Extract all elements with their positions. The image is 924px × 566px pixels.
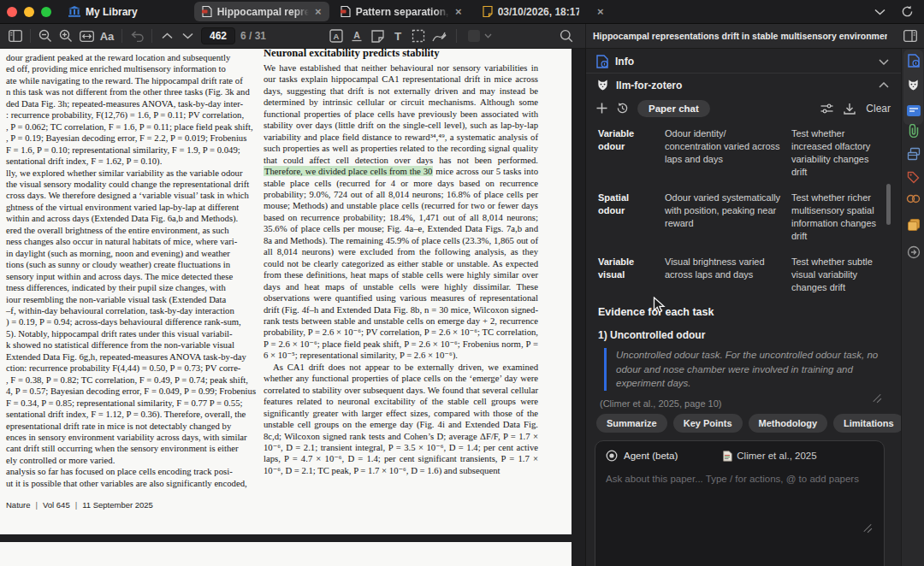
search-icon[interactable] (556, 27, 577, 45)
table-cell-purpose: Test whether increased olfactory variabi… (791, 127, 886, 179)
document-info-icon (596, 55, 608, 68)
limitations-button[interactable]: Limitations (833, 414, 901, 433)
methodology-button[interactable]: Methodology (749, 414, 827, 433)
reader-toolbar: Aa 6 / 31 A A (0, 24, 924, 49)
underline-text-tool-icon[interactable]: A (346, 27, 367, 45)
previous-page-icon[interactable] (157, 27, 177, 45)
zoom-out-icon[interactable] (35, 27, 56, 45)
zoom-window-button[interactable] (41, 7, 51, 17)
page-count-label: 6 / 31 (240, 30, 266, 42)
table-cell-purpose: Test whether subtle visual variability c… (791, 256, 886, 294)
chat-toolbar: Paper chat Clear (586, 97, 901, 120)
summarize-button[interactable]: Summarize (596, 414, 667, 433)
plugin-section-label: llm-for-zotero (616, 80, 872, 91)
tab-pattern-separation-paper[interactable]: Pattern separation, patte × (333, 2, 470, 21)
annotation-color-swatch[interactable] (464, 27, 484, 45)
table-cell-desc: Odour varied systematically with positio… (665, 192, 781, 243)
window-controls (7, 7, 51, 17)
pdf-text-column-left: dour gradient peaked at the reward locat… (6, 52, 267, 489)
info-section-label: Info (615, 56, 872, 68)
tab-note[interactable]: 03/10/2026, 18:17:26 × (475, 2, 612, 21)
attached-paper-chip[interactable]: Climer et al., 2025 (723, 451, 816, 462)
chat-message-area[interactable]: Variable odour Odour identity/ concentra… (586, 122, 901, 413)
strip-related-icon[interactable] (902, 194, 924, 203)
tab-list-chevron-icon[interactable] (874, 9, 886, 15)
strip-abstract-icon[interactable] (902, 105, 924, 116)
task-table: Variable odour Odour identity/ concentra… (598, 127, 886, 294)
table-cell-task: Spatial odour (598, 192, 654, 243)
agent-mode-label[interactable]: Agent (beta) (624, 451, 678, 461)
title-bar: My Library Hippocampal representa × Patt… (0, 0, 924, 24)
table-cell-desc: Odour identity/ concentration varied acr… (665, 127, 781, 179)
item-pane-icon-strip (901, 49, 924, 566)
library-tab-label: My Library (86, 6, 138, 18)
area-select-tool-icon[interactable] (408, 27, 429, 45)
agent-mode-radio-icon[interactable] (606, 450, 618, 462)
minimize-window-button[interactable] (24, 7, 34, 17)
strip-attachments-icon[interactable] (902, 124, 924, 138)
evidence-heading: Evidence for each task (598, 306, 886, 318)
strip-notes-icon[interactable] (902, 218, 924, 232)
highlight-text-tool-icon[interactable]: A (326, 27, 346, 45)
next-page-icon[interactable] (177, 27, 198, 45)
undo-icon[interactable] (127, 27, 147, 45)
plugin-section-header[interactable]: llm-for-zotero (586, 74, 901, 97)
table-cell-task: Variable visual (598, 256, 654, 294)
reader-tabs: Hippocampal representa × Pattern separat… (194, 0, 612, 24)
close-tab-icon[interactable]: × (314, 6, 323, 17)
paper-chat-tab[interactable]: Paper chat (637, 100, 710, 117)
page-number-input[interactable] (201, 27, 235, 44)
table-cell-purpose: Test whether richer multisensory spatial… (791, 192, 886, 243)
toggle-sidebar-icon[interactable] (5, 27, 26, 45)
strip-locate-icon[interactable] (902, 245, 924, 259)
tab-my-library[interactable]: My Library (68, 6, 138, 18)
collapse-info-chevron-icon[interactable] (879, 59, 889, 65)
green-highlight-annotation[interactable]: Therefore, we divided place cells from t… (264, 166, 433, 176)
chat-settings-icon[interactable] (820, 103, 833, 114)
tab-hippocampal-paper[interactable]: Hippocampal representa × (194, 2, 329, 21)
pdf-page-current: dour gradient peaked at the reward locat… (0, 49, 572, 534)
llm-plugin-icon (596, 79, 609, 91)
appearance-icon[interactable]: Aa (97, 27, 117, 45)
zoom-in-icon[interactable] (56, 27, 76, 45)
panel-scrollbar-thumb[interactable] (886, 184, 891, 225)
chat-history-icon[interactable] (616, 102, 629, 115)
evidence-item-title: 1) Uncontrolled odour (598, 329, 886, 341)
sync-icon[interactable] (901, 5, 914, 18)
clear-chat-button[interactable]: Clear (866, 103, 891, 115)
input-resize-handle[interactable] (862, 522, 873, 533)
draw-tool-icon[interactable] (429, 27, 449, 45)
strip-tags-icon[interactable] (902, 171, 924, 184)
text-tool-icon[interactable]: T (388, 27, 408, 45)
toggle-context-pane-icon[interactable] (900, 27, 921, 45)
chat-area-resize-handle[interactable] (872, 392, 882, 403)
app-window: My Library Hippocampal representa × Patt… (0, 0, 924, 566)
tab-label: 03/10/2026, 18:17:26 (498, 6, 579, 18)
close-window-button[interactable] (7, 7, 17, 17)
svg-text:A: A (334, 32, 340, 41)
table-cell-task: Variable odour (598, 127, 654, 179)
mouse-cursor (653, 297, 666, 315)
new-chat-icon[interactable] (596, 103, 607, 114)
close-tab-icon[interactable]: × (596, 6, 605, 17)
pdf-section-heading: Neuronal excitability predicts stability (264, 49, 538, 60)
collapse-plugin-chevron-icon[interactable] (879, 82, 889, 88)
pdf-page-footer: Nature|Vol 645|11 September 2025 (6, 500, 153, 510)
fit-width-icon[interactable] (76, 27, 97, 45)
info-section-header[interactable]: Info (586, 50, 901, 74)
pdf-page-next (0, 542, 572, 566)
export-chat-icon[interactable] (844, 103, 856, 115)
evidence-citation[interactable]: (Climer et al., 2025, page 10) (600, 398, 886, 409)
document-title: Hippocampal representations drift in sta… (586, 31, 887, 41)
note-tool-icon[interactable] (367, 27, 388, 45)
pdf-file-icon (202, 6, 212, 17)
strip-llm-plugin-icon[interactable] (902, 79, 924, 91)
chat-message-input[interactable] (606, 474, 873, 525)
pdf-viewer[interactable]: dour gradient peaked at the reward locat… (0, 49, 585, 566)
close-tab-icon[interactable]: × (454, 6, 463, 17)
chat-input-card: Agent (beta) Climer et al., 2025 / T (595, 440, 885, 566)
strip-libraries-icon[interactable] (902, 147, 924, 161)
strip-info-icon[interactable] (902, 54, 924, 68)
color-picker-chevron-icon[interactable] (484, 33, 492, 38)
key-points-button[interactable]: Key Points (673, 414, 743, 433)
